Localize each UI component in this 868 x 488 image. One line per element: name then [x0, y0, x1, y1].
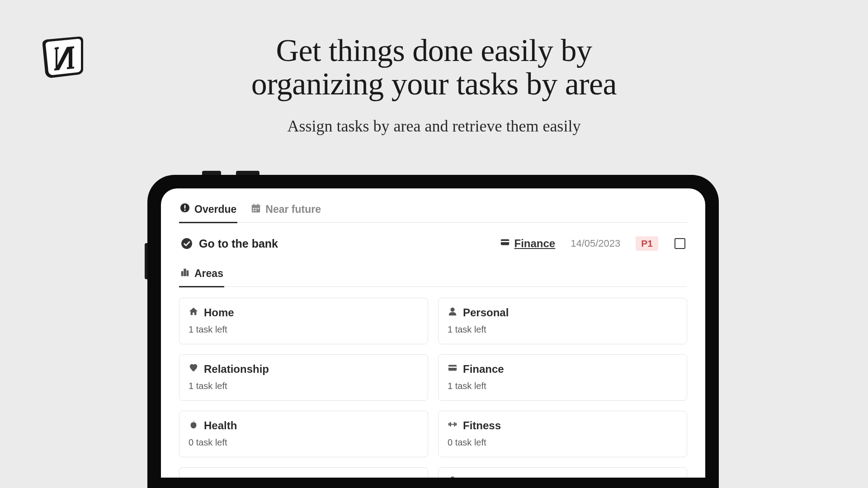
hero-title-line1: Get things done easily by [276, 33, 592, 68]
briefcase-icon [448, 476, 458, 478]
area-card-title: Home [204, 306, 234, 319]
tab-near-future[interactable]: Near future [250, 199, 322, 222]
area-card-personal[interactable]: Personal 1 task left [438, 298, 687, 344]
area-card-subtitle: 0 task left [448, 437, 678, 448]
area-card-fitness[interactable]: Fitness 0 task left [438, 411, 687, 457]
area-card-relationship[interactable]: Relationship 1 task left [179, 354, 428, 401]
tab-near-future-label: Near future [265, 203, 321, 216]
area-card-title: Personal [463, 306, 509, 319]
svg-point-2 [184, 209, 185, 211]
city-icon [180, 267, 190, 280]
svg-rect-22 [450, 422, 451, 426]
area-card-subtitle: 1 task left [189, 381, 419, 391]
users-icon [189, 476, 198, 478]
tab-areas[interactable]: Areas [179, 263, 224, 287]
area-card-finance[interactable]: Finance 1 task left [438, 354, 687, 401]
area-card-home[interactable]: Home 1 task left [179, 298, 428, 344]
svg-rect-16 [184, 269, 186, 277]
svg-rect-23 [451, 424, 454, 425]
task-category-label: Finance [514, 237, 556, 250]
home-icon [189, 306, 198, 319]
task-priority-badge: P1 [636, 236, 658, 251]
areas-grid: Home 1 task left Personal 1 task left Re… [179, 298, 687, 478]
dumbbell-icon [448, 419, 458, 432]
area-card-title: Relationship [204, 363, 269, 375]
svg-rect-1 [184, 205, 186, 209]
task-checkbox[interactable] [675, 238, 685, 249]
areas-view-tabs: Areas [179, 263, 687, 287]
area-card-subtitle: 1 task left [448, 381, 678, 391]
svg-rect-7 [258, 208, 259, 209]
area-card-subtitle: 1 task left [448, 324, 678, 335]
area-card-title: Family [204, 476, 238, 478]
svg-rect-15 [181, 271, 184, 276]
svg-rect-9 [255, 210, 257, 211]
svg-rect-6 [255, 208, 257, 209]
hero-title: Get things done easily by organizing you… [0, 34, 868, 101]
svg-rect-10 [254, 203, 255, 206]
hero-title-line2: organizing your tasks by area [251, 66, 617, 101]
apple-icon [189, 419, 198, 432]
area-card-family[interactable]: Family [179, 467, 428, 478]
svg-rect-14 [500, 241, 509, 242]
app-screen: Overdue Near future Go to the bank Finan… [161, 188, 705, 478]
area-card-subtitle: 1 task left [189, 324, 419, 335]
tab-overdue-label: Overdue [194, 203, 236, 216]
svg-rect-24 [454, 422, 455, 426]
card-icon [448, 363, 458, 375]
svg-point-12 [181, 238, 192, 249]
hero-subtitle: Assign tasks by area and retrieve them e… [0, 117, 868, 136]
tab-areas-label: Areas [194, 267, 223, 280]
exclamation-circle-icon [180, 203, 190, 216]
svg-rect-20 [448, 366, 457, 368]
svg-rect-25 [455, 423, 457, 426]
heart-icon [189, 363, 198, 375]
area-card-subtitle: 0 task left [189, 437, 419, 448]
svg-rect-21 [448, 423, 450, 426]
area-card-work[interactable]: Work [438, 467, 687, 478]
check-circle-icon [181, 238, 193, 249]
area-card-title: Work [463, 476, 490, 478]
area-card-title: Fitness [463, 419, 501, 432]
svg-rect-17 [187, 270, 189, 276]
task-row[interactable]: Go to the bank Finance 14/05/2023 P1 [179, 232, 687, 263]
svg-rect-5 [253, 208, 255, 209]
tab-overdue[interactable]: Overdue [179, 199, 237, 223]
card-icon [500, 237, 510, 250]
svg-rect-4 [252, 205, 260, 207]
svg-rect-8 [253, 210, 255, 211]
task-date: 14/05/2023 [571, 238, 620, 249]
area-card-title: Finance [463, 363, 504, 375]
area-card-health[interactable]: Health 0 task left [179, 411, 428, 457]
user-icon [448, 306, 458, 319]
tablet-frame: Overdue Near future Go to the bank Finan… [147, 175, 719, 488]
task-title: Go to the bank [199, 237, 278, 250]
area-card-title: Health [204, 419, 237, 432]
task-view-tabs: Overdue Near future [179, 199, 687, 223]
task-category-link[interactable]: Finance [500, 237, 556, 250]
svg-rect-11 [258, 203, 259, 206]
svg-point-18 [450, 308, 454, 312]
calendar-icon [251, 203, 261, 216]
